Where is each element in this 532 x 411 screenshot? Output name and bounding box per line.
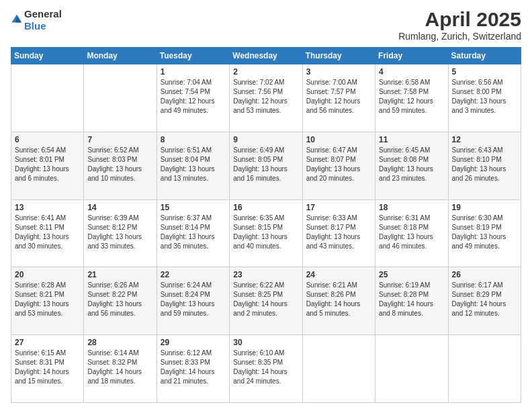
- table-cell: 13Sunrise: 6:41 AM Sunset: 8:11 PM Dayli…: [11, 199, 84, 267]
- logo: General Blue: [11, 8, 62, 32]
- logo-blue: Blue: [24, 20, 46, 32]
- day-number: 18: [379, 203, 444, 212]
- day-number: 24: [306, 270, 371, 279]
- day-number: 22: [161, 270, 226, 279]
- day-info: Sunrise: 7:00 AM Sunset: 7:57 PM Dayligh…: [306, 78, 371, 116]
- table-cell: 4Sunrise: 6:58 AM Sunset: 7:58 PM Daylig…: [375, 64, 448, 132]
- col-saturday: Saturday: [448, 48, 521, 64]
- day-number: 11: [379, 135, 444, 144]
- table-cell: 2Sunrise: 7:02 AM Sunset: 7:56 PM Daylig…: [230, 64, 302, 132]
- day-number: 25: [379, 270, 444, 279]
- day-number: 19: [452, 203, 517, 212]
- day-info: Sunrise: 6:49 AM Sunset: 8:05 PM Dayligh…: [233, 146, 298, 183]
- day-info: Sunrise: 6:56 AM Sunset: 8:00 PM Dayligh…: [452, 78, 517, 116]
- day-info: Sunrise: 6:17 AM Sunset: 8:29 PM Dayligh…: [452, 281, 517, 318]
- day-info: Sunrise: 6:43 AM Sunset: 8:10 PM Dayligh…: [452, 146, 517, 183]
- calendar-table: Sunday Monday Tuesday Wednesday Thursday…: [11, 47, 521, 403]
- day-info: Sunrise: 6:37 AM Sunset: 8:14 PM Dayligh…: [161, 214, 226, 251]
- day-number: 30: [233, 338, 298, 347]
- day-number: 28: [87, 338, 152, 347]
- day-info: Sunrise: 6:31 AM Sunset: 8:18 PM Dayligh…: [379, 214, 444, 251]
- table-cell: [375, 335, 448, 403]
- day-number: 4: [379, 67, 444, 77]
- table-cell: [84, 64, 157, 132]
- day-number: 16: [233, 203, 298, 212]
- day-info: Sunrise: 6:58 AM Sunset: 7:58 PM Dayligh…: [379, 78, 444, 116]
- day-info: Sunrise: 6:47 AM Sunset: 8:07 PM Dayligh…: [306, 146, 371, 183]
- day-info: Sunrise: 6:14 AM Sunset: 8:32 PM Dayligh…: [87, 349, 152, 386]
- table-cell: 21Sunrise: 6:26 AM Sunset: 8:22 PM Dayli…: [84, 267, 157, 335]
- day-info: Sunrise: 6:51 AM Sunset: 8:04 PM Dayligh…: [161, 146, 226, 183]
- day-info: Sunrise: 6:54 AM Sunset: 8:01 PM Dayligh…: [15, 146, 80, 183]
- table-cell: 3Sunrise: 7:00 AM Sunset: 7:57 PM Daylig…: [302, 64, 375, 132]
- day-number: 13: [15, 203, 80, 212]
- day-info: Sunrise: 6:41 AM Sunset: 8:11 PM Dayligh…: [15, 214, 80, 251]
- day-info: Sunrise: 6:15 AM Sunset: 8:31 PM Dayligh…: [15, 349, 80, 386]
- day-info: Sunrise: 6:39 AM Sunset: 8:12 PM Dayligh…: [87, 214, 152, 251]
- day-number: 6: [15, 135, 80, 144]
- table-cell: 26Sunrise: 6:17 AM Sunset: 8:29 PM Dayli…: [448, 267, 521, 335]
- day-number: 2: [233, 67, 298, 77]
- day-info: Sunrise: 7:02 AM Sunset: 7:56 PM Dayligh…: [233, 78, 298, 116]
- day-number: 12: [452, 135, 517, 144]
- day-info: Sunrise: 6:10 AM Sunset: 8:35 PM Dayligh…: [233, 349, 298, 386]
- page: General Blue April 2025 Rumlang, Zurich,…: [0, 0, 532, 411]
- day-number: 1: [161, 67, 226, 77]
- table-cell: 6Sunrise: 6:54 AM Sunset: 8:01 PM Daylig…: [11, 132, 84, 199]
- table-cell: 5Sunrise: 6:56 AM Sunset: 8:00 PM Daylig…: [448, 64, 521, 132]
- day-number: 14: [87, 203, 152, 212]
- day-info: Sunrise: 6:19 AM Sunset: 8:28 PM Dayligh…: [379, 281, 444, 318]
- calendar-subtitle: Rumlang, Zurich, Switzerland: [398, 31, 521, 42]
- table-cell: 24Sunrise: 6:21 AM Sunset: 8:26 PM Dayli…: [302, 267, 375, 335]
- week-row-3: 13Sunrise: 6:41 AM Sunset: 8:11 PM Dayli…: [11, 199, 521, 267]
- table-cell: 1Sunrise: 7:04 AM Sunset: 7:54 PM Daylig…: [157, 64, 229, 132]
- day-info: Sunrise: 6:26 AM Sunset: 8:22 PM Dayligh…: [87, 281, 152, 318]
- table-cell: 10Sunrise: 6:47 AM Sunset: 8:07 PM Dayli…: [302, 132, 375, 199]
- table-cell: 18Sunrise: 6:31 AM Sunset: 8:18 PM Dayli…: [375, 199, 448, 267]
- day-number: 9: [233, 135, 298, 144]
- day-number: 8: [161, 135, 226, 144]
- day-info: Sunrise: 6:22 AM Sunset: 8:25 PM Dayligh…: [233, 281, 298, 318]
- table-cell: 11Sunrise: 6:45 AM Sunset: 8:08 PM Dayli…: [375, 132, 448, 199]
- day-number: 21: [87, 270, 152, 279]
- calendar-title: April 2025: [398, 8, 521, 31]
- day-number: 26: [452, 270, 517, 279]
- day-number: 17: [306, 203, 371, 212]
- day-number: 10: [306, 135, 371, 144]
- table-cell: 29Sunrise: 6:12 AM Sunset: 8:33 PM Dayli…: [157, 335, 229, 403]
- day-info: Sunrise: 6:30 AM Sunset: 8:19 PM Dayligh…: [452, 214, 517, 251]
- table-cell: 25Sunrise: 6:19 AM Sunset: 8:28 PM Dayli…: [375, 267, 448, 335]
- table-cell: [448, 335, 521, 403]
- table-cell: 7Sunrise: 6:52 AM Sunset: 8:03 PM Daylig…: [84, 132, 157, 199]
- table-cell: 30Sunrise: 6:10 AM Sunset: 8:35 PM Dayli…: [230, 335, 302, 403]
- day-info: Sunrise: 6:52 AM Sunset: 8:03 PM Dayligh…: [87, 146, 152, 183]
- table-cell: 8Sunrise: 6:51 AM Sunset: 8:04 PM Daylig…: [157, 132, 229, 199]
- day-info: Sunrise: 6:28 AM Sunset: 8:21 PM Dayligh…: [15, 281, 80, 318]
- col-friday: Friday: [375, 48, 448, 64]
- day-number: 3: [306, 67, 371, 77]
- day-number: 20: [15, 270, 80, 279]
- day-info: Sunrise: 7:04 AM Sunset: 7:54 PM Dayligh…: [161, 78, 226, 116]
- day-info: Sunrise: 6:33 AM Sunset: 8:17 PM Dayligh…: [306, 214, 371, 251]
- table-cell: 23Sunrise: 6:22 AM Sunset: 8:25 PM Dayli…: [230, 267, 302, 335]
- day-info: Sunrise: 6:12 AM Sunset: 8:33 PM Dayligh…: [161, 349, 226, 386]
- table-cell: [302, 335, 375, 403]
- day-number: 23: [233, 270, 298, 279]
- table-cell: 14Sunrise: 6:39 AM Sunset: 8:12 PM Dayli…: [84, 199, 157, 267]
- day-info: Sunrise: 6:45 AM Sunset: 8:08 PM Dayligh…: [379, 146, 444, 183]
- table-cell: 28Sunrise: 6:14 AM Sunset: 8:32 PM Dayli…: [84, 335, 157, 403]
- table-cell: [11, 64, 84, 132]
- col-thursday: Thursday: [302, 48, 375, 64]
- table-cell: 17Sunrise: 6:33 AM Sunset: 8:17 PM Dayli…: [302, 199, 375, 267]
- week-row-1: 1Sunrise: 7:04 AM Sunset: 7:54 PM Daylig…: [11, 64, 521, 132]
- col-sunday: Sunday: [11, 48, 84, 64]
- day-number: 29: [161, 338, 226, 347]
- week-row-2: 6Sunrise: 6:54 AM Sunset: 8:01 PM Daylig…: [11, 132, 521, 199]
- table-cell: 27Sunrise: 6:15 AM Sunset: 8:31 PM Dayli…: [11, 335, 84, 403]
- logo-icon: [11, 13, 23, 26]
- col-tuesday: Tuesday: [157, 48, 229, 64]
- table-cell: 12Sunrise: 6:43 AM Sunset: 8:10 PM Dayli…: [448, 132, 521, 199]
- col-monday: Monday: [84, 48, 157, 64]
- logo-general: General: [24, 8, 62, 19]
- table-cell: 19Sunrise: 6:30 AM Sunset: 8:19 PM Dayli…: [448, 199, 521, 267]
